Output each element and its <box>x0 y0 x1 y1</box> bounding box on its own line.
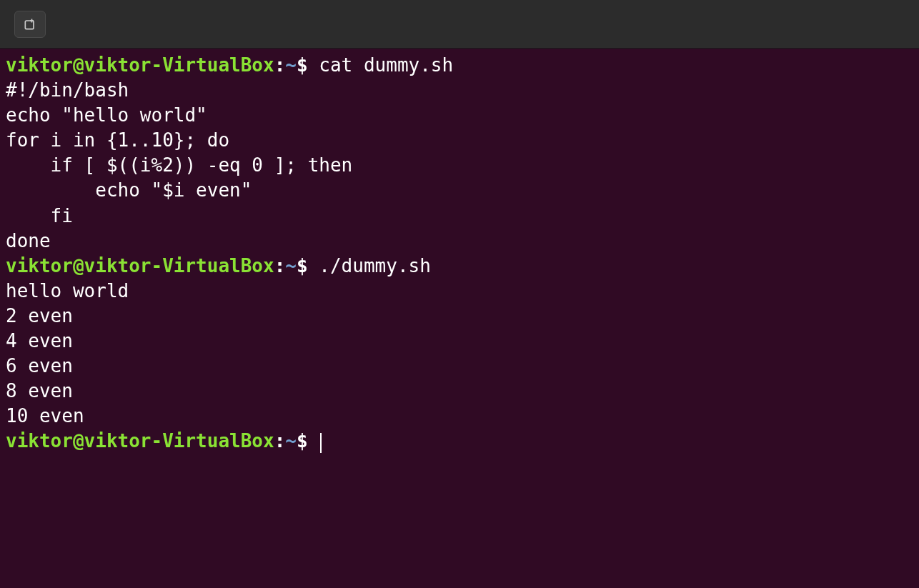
output-line: 6 even <box>6 354 913 379</box>
output-line: if [ $((i%2)) -eq 0 ]; then <box>6 153 913 178</box>
prompt-separator: : <box>274 430 286 452</box>
prompt-separator: : <box>274 54 286 76</box>
terminal-line: viktor@viktor-VirtualBox:~$ ./dummy.sh <box>6 254 913 279</box>
command-text: cat dummy.sh <box>319 54 453 76</box>
output-line: for i in {1..10}; do <box>6 128 913 153</box>
command-text: ./dummy.sh <box>319 255 431 276</box>
terminal-output-area[interactable]: viktor@viktor-VirtualBox:~$ cat dummy.sh… <box>0 49 919 459</box>
output-line: 10 even <box>6 404 913 429</box>
prompt-path: ~ <box>285 430 297 452</box>
cursor-icon <box>320 433 322 453</box>
output-line: fi <box>6 204 913 229</box>
prompt-path: ~ <box>285 255 297 276</box>
prompt-user-host: viktor@viktor-VirtualBox <box>6 430 274 452</box>
output-line: hello world <box>6 279 913 304</box>
prompt-separator: : <box>274 255 286 276</box>
prompt-user-host: viktor@viktor-VirtualBox <box>6 255 274 276</box>
output-line: 4 even <box>6 329 913 354</box>
output-line: done <box>6 229 913 254</box>
prompt-sigil: $ <box>297 255 308 276</box>
terminal-line: viktor@viktor-VirtualBox:~$ cat dummy.sh <box>6 53 913 78</box>
window-titlebar <box>0 0 919 49</box>
prompt-sigil: $ <box>297 430 308 452</box>
output-line: #!/bin/bash <box>6 78 913 103</box>
output-line: echo "$i even" <box>6 178 913 203</box>
prompt-path: ~ <box>285 54 297 76</box>
output-line: echo "hello world" <box>6 103 913 128</box>
new-tab-icon <box>23 17 37 31</box>
new-tab-button[interactable] <box>14 11 46 38</box>
prompt-user-host: viktor@viktor-VirtualBox <box>6 54 274 76</box>
output-line: 2 even <box>6 304 913 329</box>
prompt-sigil: $ <box>297 54 308 76</box>
output-line: 8 even <box>6 379 913 404</box>
terminal-line: viktor@viktor-VirtualBox:~$ <box>6 429 913 454</box>
